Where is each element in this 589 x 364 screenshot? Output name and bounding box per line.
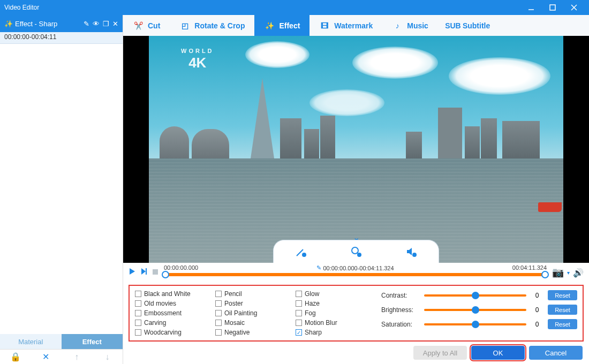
maximize-button[interactable] [542, 0, 563, 15]
contrast-slider[interactable] [424, 294, 526, 297]
preview-watermark: WORLD 4K [181, 48, 214, 71]
stamp-icon: 🎞 [319, 20, 330, 31]
checkbox-icon [135, 291, 141, 297]
tab-cut[interactable]: ✂️Cut [123, 15, 170, 36]
main-panel: ✂️Cut ◰Rotate & Crop ✨Effect 🎞Watermark … [123, 15, 589, 364]
tab-watermark[interactable]: 🎞Watermark [309, 15, 382, 36]
tab-subtitle[interactable]: SUBSubtitle [438, 15, 500, 36]
scissors-icon: ✂️ [133, 20, 144, 31]
close-icon[interactable]: ✕ [112, 20, 118, 28]
effects-panel: Black and WhitePencilGlowOld moviesPoste… [129, 285, 584, 342]
copy-icon[interactable]: ❐ [103, 20, 109, 28]
saturation-reset-button[interactable]: Reset [548, 319, 577, 329]
apply-all-button[interactable]: Apply to All [413, 346, 467, 360]
checkbox-icon [296, 310, 302, 316]
contrast-reset-button[interactable]: Reset [548, 290, 577, 300]
effect-oil-painting[interactable]: Oil Painting [215, 308, 290, 318]
effect-negative[interactable]: Negative [215, 328, 290, 337]
saturation-slider[interactable] [424, 323, 526, 325]
svg-text:+: + [358, 253, 361, 257]
music-icon: ♪ [392, 20, 403, 31]
svg-point-6 [352, 247, 358, 254]
checkbox-icon [296, 291, 302, 297]
subtitle-icon: SUB [448, 20, 458, 31]
svg-marker-13 [141, 268, 146, 275]
sidebar-tabs: Material Effect [0, 334, 123, 349]
chevron-down-icon[interactable]: ▾ [567, 270, 570, 276]
play-button[interactable] [129, 268, 136, 277]
checkbox-icon [296, 320, 302, 326]
volume-icon[interactable]: + [404, 245, 418, 259]
speaker-icon[interactable]: 🔊 [573, 268, 584, 278]
effect-woodcarving[interactable]: Woodcarving [135, 328, 210, 337]
lock-icon[interactable]: 🔒 [11, 352, 20, 362]
timeline: 00:00:00.000 00:04:11.324 ✎00:00:00.000-… [123, 263, 589, 283]
saturation-row: Saturation: 0 Reset [381, 319, 577, 329]
timeline-end: 00:04:11.324 [512, 264, 547, 271]
sidebar-clip[interactable]: 00:00:00-00:04:11 [0, 32, 123, 44]
move-down-icon[interactable]: ↓ [102, 352, 112, 362]
magic-wand-icon[interactable]: + [294, 245, 308, 259]
stop-button[interactable] [152, 268, 158, 277]
checkbox-icon [296, 329, 302, 336]
checkbox-icon [215, 310, 222, 316]
checkbox-icon [215, 291, 222, 297]
timeline-start: 00:00:00.000 [164, 264, 198, 271]
adjustments: Contrast: 0 Reset Brightness: 0 Reset Sa… [381, 289, 577, 337]
sparkle-icon: ✨ [264, 20, 275, 31]
pencil-icon: ✎ [316, 264, 321, 271]
svg-text:+: + [303, 253, 306, 257]
tab-effect[interactable]: ✨Effect [254, 15, 309, 36]
effect-poster[interactable]: Poster [215, 299, 290, 308]
video-preview[interactable]: WORLD 4K ⌄ + + + [149, 36, 563, 263]
sidebar: ✨ Effect - Sharp ✎ 👁 ❐ ✕ 00:00:00-00:04:… [0, 15, 123, 364]
checkbox-icon [215, 329, 222, 336]
brightness-row: Brightness: 0 Reset [381, 305, 577, 315]
effect-motion-blur[interactable]: Motion Blur [296, 318, 371, 328]
preview-row: WORLD 4K ⌄ + + + [123, 36, 589, 263]
contrast-row: Contrast: 0 Reset [381, 290, 577, 300]
effect-sharp[interactable]: Sharp [296, 328, 371, 337]
effect-black-and-white[interactable]: Black and White [135, 289, 210, 299]
checkbox-icon [296, 300, 302, 307]
button-row: Apply to All OK Cancel [123, 342, 589, 364]
sidebar-title: Effect - Sharp [15, 20, 57, 28]
svg-rect-14 [146, 268, 147, 275]
checkbox-icon [215, 320, 222, 326]
effect-haze[interactable]: Haze [296, 299, 371, 308]
minimize-button[interactable] [520, 0, 542, 15]
timeline-end-handle[interactable] [541, 271, 549, 278]
checkbox-icon [135, 310, 141, 316]
cancel-button[interactable]: Cancel [529, 346, 583, 360]
checkbox-icon [135, 300, 141, 307]
sidebar-header: ✨ Effect - Sharp ✎ 👁 ❐ ✕ [0, 15, 123, 32]
effect-glow[interactable]: Glow [296, 289, 371, 299]
brightness-slider[interactable] [424, 309, 526, 311]
timeline-track[interactable]: 00:00:00.000 00:04:11.324 ✎00:00:00.000-… [163, 264, 548, 280]
effect-carving[interactable]: Carving [135, 318, 210, 328]
zoom-icon[interactable]: + [349, 245, 363, 259]
effect-pencil[interactable]: Pencil [215, 289, 290, 299]
move-up-icon[interactable]: ↑ [72, 352, 81, 362]
edit-icon[interactable]: ✎ [84, 20, 89, 28]
effect-embossment[interactable]: Embossment [135, 308, 210, 318]
effect-old-movies[interactable]: Old movies [135, 299, 210, 308]
tab-music[interactable]: ♪Music [382, 15, 438, 36]
camera-icon[interactable]: 📷 [552, 267, 564, 278]
close-button[interactable] [563, 0, 585, 15]
ok-button[interactable]: OK [471, 346, 525, 360]
tab-rotate[interactable]: ◰Rotate & Crop [170, 15, 254, 36]
crop-icon: ◰ [179, 20, 190, 31]
timeline-start-handle[interactable] [162, 271, 169, 278]
eye-icon[interactable]: 👁 [93, 20, 100, 28]
effect-fog[interactable]: Fog [296, 308, 371, 318]
delete-icon[interactable]: ✕ [41, 352, 51, 362]
tab-material[interactable]: Material [0, 334, 62, 349]
step-button[interactable] [140, 268, 148, 277]
effects-grid: Black and WhitePencilGlowOld moviesPoste… [135, 289, 371, 337]
svg-rect-15 [153, 269, 158, 275]
tab-effect-side[interactable]: Effect [62, 334, 123, 349]
brightness-reset-button[interactable]: Reset [548, 305, 577, 315]
effect-mosaic[interactable]: Mosaic [215, 318, 290, 328]
svg-marker-12 [130, 268, 135, 275]
